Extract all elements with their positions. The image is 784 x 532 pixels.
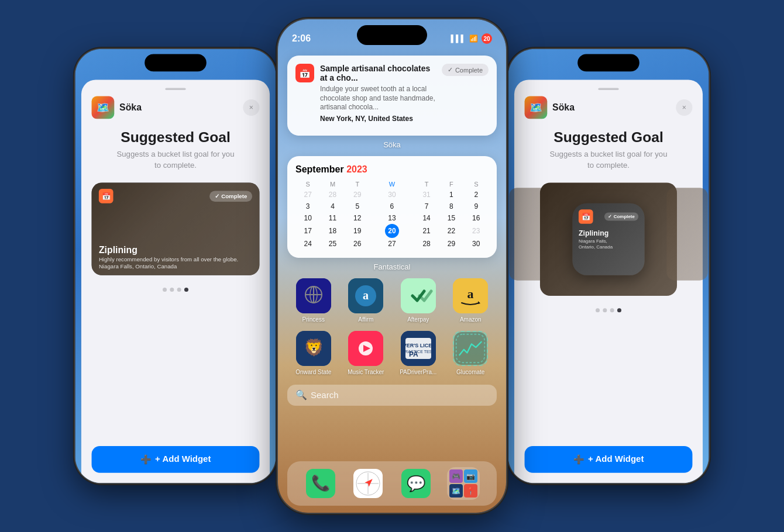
afterpay-label: Afterpay: [407, 316, 429, 323]
left-widget-top-row: 📅 ✓ Complete: [99, 189, 252, 203]
dock-safari-icon[interactable]: [352, 467, 384, 500]
cal-13: 13: [370, 212, 414, 224]
weekday-wed: W: [370, 179, 414, 189]
right-large-icon-top: 📅 ✓ Complete: [579, 209, 638, 224]
right-large-goal-title: Ziplining: [579, 229, 608, 237]
right-dots-row: [596, 308, 621, 312]
music-label: Music Tracker: [348, 369, 384, 375]
soka-widget[interactable]: 📅 Sample artisanal chocolates at a cho..…: [287, 56, 497, 136]
left-close-button[interactable]: ×: [243, 99, 259, 116]
left-dot-2: [170, 288, 174, 292]
cal-28-aug: 28: [320, 189, 345, 201]
dynamic-island-right: [577, 54, 639, 71]
left-widget-subtitle: Suggests a bucket list goal for youto co…: [116, 148, 234, 170]
cal-28: 28: [414, 238, 439, 250]
svg-text:PA: PA: [409, 350, 418, 358]
right-app-name: Söka: [552, 102, 575, 113]
left-add-widget-label: + Add Widget: [155, 454, 211, 465]
cal-3: 3: [295, 201, 320, 212]
onward-label: Onward State: [295, 369, 331, 375]
cal-19: 19: [345, 224, 370, 238]
app-item-amazon[interactable]: a Amazon: [447, 278, 495, 323]
right-large-app-icon: 📅: [579, 209, 593, 224]
right-main-widget[interactable]: 📅 ✓ Complete Ziplining Niagara Falls,Ont…: [540, 182, 677, 296]
app-item-music[interactable]: Music Tracker: [342, 331, 390, 375]
dock-group-icon-1: 🎮: [449, 469, 463, 483]
left-complete-badge: ✓ Complete: [209, 191, 252, 201]
dock-phone-icon[interactable]: 📞: [304, 467, 337, 500]
partial-right-widget: [666, 188, 707, 280]
svg-text:a: a: [363, 289, 369, 302]
right-add-widget-button[interactable]: ➕ + Add Widget: [525, 446, 693, 473]
soka-widget-label: Söka: [287, 140, 497, 149]
onward-icon: 🦁: [296, 331, 331, 366]
app-item-glucomate[interactable]: Glucomate: [447, 331, 495, 375]
task-description: Indulge your sweet tooth at a local choc…: [320, 85, 436, 112]
svg-text:💬: 💬: [407, 474, 426, 493]
right-large-goal-location: Niagara Falls,Ontario, Canada: [579, 238, 613, 250]
cal-20-today: 20: [370, 224, 414, 238]
dock-group-icon-4: 📍: [464, 484, 477, 498]
calendar-year: 2023: [346, 164, 367, 174]
cal-21: 21: [414, 224, 439, 238]
left-dot-3: [177, 288, 181, 292]
right-add-widget-plus-icon: ➕: [573, 454, 584, 465]
soka-task-header: 📅 Sample artisanal chocolates at a cho..…: [295, 64, 489, 123]
app-item-princess[interactable]: Princess: [290, 278, 338, 323]
cal-10: 10: [295, 212, 320, 224]
princess-label: Princess: [302, 316, 325, 323]
cal-5: 5: [345, 201, 370, 212]
dock-apps-group[interactable]: 🎮 📷 🗺️ 📍: [447, 467, 480, 500]
calendar-widget[interactable]: September 2023 S M T W T F S: [287, 156, 497, 258]
cal-row-2: 3 4 5 6 7 8 9: [295, 201, 489, 212]
cal-27-sep: 27: [370, 238, 414, 250]
dock-group-icon-2: 📷: [464, 469, 477, 483]
task-complete-label: Complete: [455, 67, 483, 74]
cal-2-sep: 2: [464, 189, 489, 201]
weekday-tue: T: [345, 179, 370, 189]
pa-label: PADriverPra...: [400, 369, 436, 375]
left-dots-row: [163, 288, 188, 292]
cal-7: 7: [414, 201, 439, 212]
app-item-affirm[interactable]: a Affirm: [342, 278, 390, 323]
search-bar[interactable]: 🔍 Search: [287, 385, 497, 406]
glucomate-icon: [453, 331, 488, 366]
svg-text:🦁: 🦁: [303, 338, 324, 357]
task-location: New York, NY, United States: [320, 115, 436, 123]
status-time: 2:06: [292, 33, 311, 44]
cal-30: 30: [464, 238, 489, 250]
cal-1-sep: 1: [439, 189, 463, 201]
svg-rect-21: [454, 332, 487, 365]
app-item-afterpay[interactable]: Afterpay: [394, 278, 442, 323]
right-panel-header: 🗺️ Söka ×: [525, 96, 693, 119]
task-calendar-icon: 📅: [295, 64, 314, 82]
svg-text:PRACTICE TEST: PRACTICE TEST: [402, 350, 435, 354]
center-phone: 2:06 ▌▌▌ 📶 20 📅 Sample artisanal chocola…: [278, 19, 506, 513]
cal-22: 22: [439, 224, 463, 238]
task-complete-pill[interactable]: ✓ Complete: [442, 64, 489, 76]
right-close-button[interactable]: ×: [676, 99, 692, 116]
left-widget-screen: 🗺️ Söka × Suggested Goal Suggests a buck…: [75, 49, 276, 483]
home-screen: 📅 Sample artisanal chocolates at a cho..…: [278, 19, 506, 513]
right-dot-1: [596, 308, 600, 312]
left-add-widget-button[interactable]: ➕ + Add Widget: [92, 446, 260, 473]
dock-messages-icon[interactable]: 💬: [400, 467, 432, 500]
left-widget-preview: 📅 ✓ Complete Ziplining Highly recommende…: [92, 182, 260, 275]
task-complete-check: ✓: [448, 66, 453, 74]
left-soka-icon: 🗺️: [92, 96, 115, 119]
app-item-onward[interactable]: 🦁 Onward State: [290, 331, 338, 375]
left-app-info: 🗺️ Söka: [92, 96, 142, 119]
weekday-mon: M: [320, 179, 345, 189]
dynamic-island-left: [145, 54, 207, 71]
dock: 📞 💬 🎮 �: [287, 461, 497, 506]
app-item-pa[interactable]: DRIVER'S LICENSE PRACTICE TEST PA PADriv…: [394, 331, 442, 375]
task-text-area: Sample artisanal chocolates at a cho... …: [320, 64, 436, 123]
glucomate-label: Glucomate: [456, 369, 484, 375]
music-tracker-icon: [348, 331, 383, 366]
cal-29-aug: 29: [345, 189, 370, 201]
right-widgets-row: 📅 ✓ Complete Ziplining Niagara Falls,Ont…: [525, 182, 693, 296]
right-dot-2: [603, 308, 607, 312]
cal-row-4: 17 18 19 20 21 22 23: [295, 224, 489, 238]
amazon-label: Amazon: [460, 316, 482, 323]
weekday-sat: S: [464, 179, 489, 189]
